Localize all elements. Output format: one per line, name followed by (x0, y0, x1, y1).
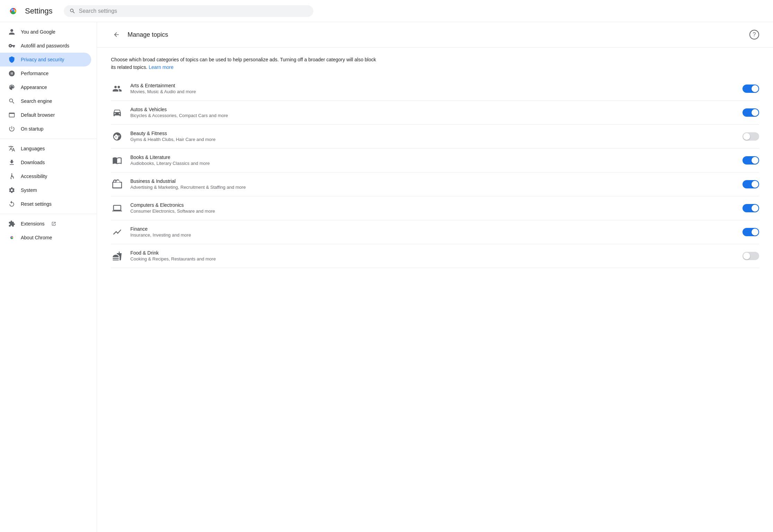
search-bar (64, 5, 313, 17)
books-icon (111, 154, 123, 167)
sidebar-item-reset[interactable]: Reset settings (0, 197, 91, 211)
finance-icon (111, 226, 123, 238)
sidebar-item-privacy[interactable]: Privacy and security (0, 53, 91, 66)
topic-item-books: Books & Literature Audiobooks, Literary … (111, 149, 759, 172)
autos-icon (111, 106, 123, 119)
body: You and Google Autofill and passwords Pr… (0, 22, 773, 532)
sidebar-label-system: System (21, 187, 37, 193)
topic-text-arts: Arts & Entertainment Movies, Music & Aud… (130, 83, 736, 94)
sidebar-item-languages[interactable]: Languages (0, 142, 91, 156)
topic-item-beauty: Beauty & Fitness Gyms & Health Clubs, Ha… (111, 125, 759, 149)
arts-icon (111, 82, 123, 95)
sidebar-label-search-engine: Search engine (21, 98, 52, 104)
toggle-business[interactable] (742, 180, 759, 188)
page-title: Manage topics (128, 31, 168, 38)
help-button[interactable]: ? (749, 30, 759, 39)
topic-text-beauty: Beauty & Fitness Gyms & Health Clubs, Ha… (130, 131, 736, 142)
topic-text-autos: Autos & Vehicles Bicycles & Accessories,… (130, 107, 736, 118)
chrome-about-icon (8, 234, 15, 241)
main-content: Manage topics ? Choose which broad categ… (97, 22, 773, 532)
topic-name-autos: Autos & Vehicles (130, 107, 736, 112)
sidebar-label-on-startup: On startup (21, 126, 43, 132)
sidebar-label-default-browser: Default browser (21, 112, 55, 118)
sidebar: You and Google Autofill and passwords Pr… (0, 22, 97, 532)
sidebar-item-search-engine[interactable]: Search engine (0, 94, 91, 108)
topic-item-arts: Arts & Entertainment Movies, Music & Aud… (111, 77, 759, 101)
sidebar-item-performance[interactable]: Performance (0, 66, 91, 80)
page-header: Manage topics ? (97, 22, 773, 47)
sidebar-label-accessibility: Accessibility (21, 174, 47, 179)
toggle-track-arts (742, 85, 759, 93)
toggle-autos[interactable] (742, 108, 759, 117)
toggle-thumb-books (752, 157, 758, 164)
topic-sub-beauty: Gyms & Health Clubs, Hair Care and more (130, 137, 736, 142)
sidebar-item-system[interactable]: System (0, 183, 91, 197)
page-header-left: Manage topics (111, 29, 168, 40)
translate-icon (8, 145, 15, 152)
toggle-thumb-food (743, 252, 750, 259)
toggle-track-food (742, 252, 759, 260)
topic-name-computers: Computers & Electronics (130, 202, 736, 208)
toggle-track-computers (742, 204, 759, 212)
topic-sub-finance: Insurance, Investing and more (130, 232, 736, 238)
sidebar-label-you-and-google: You and Google (21, 29, 55, 35)
system-icon (8, 187, 15, 194)
food-icon (111, 250, 123, 262)
toggle-arts[interactable] (742, 85, 759, 93)
learn-more-link[interactable]: Learn more (149, 64, 174, 70)
topic-sub-arts: Movies, Music & Audio and more (130, 89, 736, 94)
gauge-icon (8, 70, 15, 77)
topic-name-finance: Finance (130, 226, 736, 232)
search-nav-icon (8, 98, 15, 105)
search-icon (69, 8, 76, 14)
topic-text-food: Food & Drink Cooking & Recipes, Restaura… (130, 250, 736, 261)
back-button[interactable] (111, 29, 122, 40)
topic-item-business: Business & Industrial Advertising & Mark… (111, 172, 759, 196)
topic-name-arts: Arts & Entertainment (130, 83, 736, 88)
topic-item-finance: Finance Insurance, Investing and more (111, 220, 759, 244)
sidebar-item-appearance[interactable]: Appearance (0, 80, 91, 94)
topic-name-books: Books & Literature (130, 154, 736, 160)
topic-name-business: Business & Industrial (130, 178, 736, 184)
topic-item-food: Food & Drink Cooking & Recipes, Restaura… (111, 244, 759, 268)
sidebar-item-autofill[interactable]: Autofill and passwords (0, 39, 91, 53)
topic-sub-books: Audiobooks, Literary Classics and more (130, 161, 736, 166)
sidebar-item-default-browser[interactable]: Default browser (0, 108, 91, 122)
sidebar-label-privacy: Privacy and security (21, 57, 64, 62)
person-icon (8, 28, 15, 35)
sidebar-item-extensions[interactable]: Extensions (0, 217, 91, 231)
toggle-finance[interactable] (742, 228, 759, 236)
sidebar-item-you-and-google[interactable]: You and Google (0, 25, 91, 39)
browser-icon (8, 112, 15, 118)
search-input[interactable] (79, 8, 308, 14)
sidebar-label-downloads: Downloads (21, 160, 45, 165)
topics-list: Arts & Entertainment Movies, Music & Aud… (97, 77, 773, 268)
sidebar-label-autofill: Autofill and passwords (21, 43, 69, 48)
sidebar-label-performance: Performance (21, 71, 49, 76)
toggle-track-autos (742, 108, 759, 117)
topic-sub-autos: Bicycles & Accessories, Compact Cars and… (130, 113, 736, 118)
extension-icon (8, 220, 15, 227)
sidebar-item-on-startup[interactable]: On startup (0, 122, 91, 136)
topic-sub-business: Advertising & Marketing, Recruitment & S… (130, 185, 736, 190)
sidebar-item-downloads[interactable]: Downloads (0, 156, 91, 169)
toggle-beauty[interactable] (742, 132, 759, 141)
sidebar-item-accessibility[interactable]: Accessibility (0, 169, 91, 183)
sidebar-label-about: About Chrome (21, 235, 52, 240)
power-icon (8, 125, 15, 132)
toggle-thumb-arts (752, 85, 758, 92)
toggle-books[interactable] (742, 156, 759, 165)
shield-icon (8, 56, 15, 63)
toggle-food[interactable] (742, 252, 759, 260)
toggle-track-finance (742, 228, 759, 236)
topic-text-books: Books & Literature Audiobooks, Literary … (130, 154, 736, 166)
topic-item-autos: Autos & Vehicles Bicycles & Accessories,… (111, 101, 759, 125)
toggle-computers[interactable] (742, 204, 759, 212)
toggle-thumb-autos (752, 109, 758, 116)
page-description: Choose which broad categories of topics … (97, 47, 395, 77)
beauty-icon (111, 130, 123, 143)
sidebar-item-about[interactable]: About Chrome (0, 231, 91, 245)
sidebar-label-reset: Reset settings (21, 201, 52, 207)
sidebar-label-extensions: Extensions (21, 221, 44, 227)
toggle-thumb-business (752, 181, 758, 188)
